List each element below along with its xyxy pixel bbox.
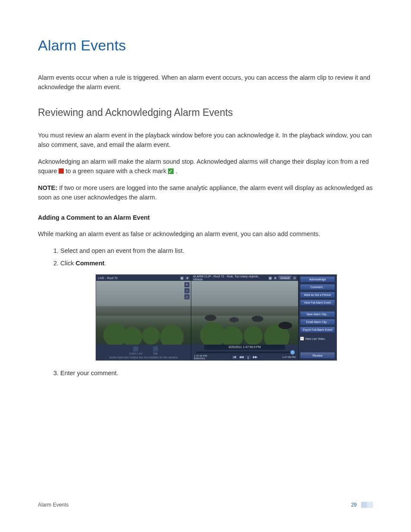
body-paragraph: Acknowledging an alarm will make the ala… [38,157,373,176]
list-item: Enter your comment. [60,368,373,378]
settings-icon[interactable]: ✷ [185,276,189,280]
start-date-value: 8/25/2011 [194,357,207,360]
checkbox-icon: ✓ [300,337,304,340]
speaker-icon [133,346,138,352]
email-alarm-clip-button[interactable]: Email Alarm Clip... [300,319,335,325]
intro-paragraph: Alarm events occur when a rule is trigge… [38,73,373,92]
forward-button[interactable]: ▶▶ [252,355,258,360]
titlebar-icon[interactable]: ▦ [180,276,184,280]
red-square-icon [59,168,64,174]
pause-button[interactable]: || [245,355,252,360]
list-item: Click Comment. [60,258,373,268]
skip-start-button[interactable]: |◀ [231,355,238,360]
section-heading: Reviewing and Acknowledging Alarm Events [38,107,373,118]
talk-button[interactable]: Talk [153,346,158,355]
body-paragraph: You must review an alarm event in the pl… [38,131,373,150]
action-buttons-group-2: Save Alarm Clip... Email Alarm Clip... E… [299,310,336,334]
action-buttons-group: Acknowledge Comment... Mark as Not a Per… [299,275,336,307]
zoom-controls: + − ⌂ [184,282,190,299]
ordered-steps: Select and open an event from the alarm … [38,246,373,268]
embedded-screenshot: LIVE - Roof 72 ▦ ✷ + − ⌂ [96,274,337,361]
note-body: If two or more users are logged into the… [38,184,373,201]
view-full-alarm-button[interactable]: View Full Alarm Event [300,299,335,306]
zoom-out-button[interactable]: − [184,288,190,293]
start-time-value: 1:47:40 PM [194,355,207,358]
note-label: NOTE: [38,184,57,191]
end-time-value: 1:47:50 PM [282,356,296,359]
footer-page-number: 29 [351,502,357,508]
list-item: Select and open an event from the alarm … [60,246,373,256]
titlebar-icon[interactable]: ▦ [268,276,272,280]
audio-disabled-message: Audio Input and Output are not enabled o… [109,356,177,359]
save-alarm-clip-button[interactable]: Save Alarm Clip... [300,311,335,317]
footer-decoration-icon [361,502,373,508]
text-run: Click [60,260,75,267]
acknowledge-button[interactable]: Acknowledge [300,276,335,283]
settings-icon[interactable]: ✷ [274,276,277,280]
rewind-button[interactable]: ◀◀ [238,355,245,360]
zoom-home-button[interactable]: ⌂ [184,294,190,299]
live-pane-title: LIVE - Roof 72 [98,277,118,280]
page-title: Alarm Events [38,37,373,54]
live-pane-titlebar: LIVE - Roof 72 ▦ ✷ [96,275,191,281]
talk-label: Talk [153,352,158,355]
zoom-in-button[interactable]: + [184,282,190,287]
view-live-video-checkbox[interactable]: ✓ View Live Video [299,334,336,345]
playback-end-time: 1:47:50 PM [282,356,296,359]
clip-pane-title: ALARM CLIP - Roof 72 - Rule, Too many ob… [193,275,266,281]
playback-bar: 8/25/2011 1:47:50.9 PM 1:47:40 PM 8/25/2… [191,345,298,360]
review-button[interactable]: Review [300,352,335,359]
export-full-alarm-button[interactable]: Export Full Alarm Event [300,327,335,333]
live-audio-bar: Listen Live Talk Audio Input and Output … [96,345,191,360]
comment-bold: Comment [75,260,104,267]
playback-slider[interactable] [196,352,294,353]
undock-button[interactable]: Undock [278,276,291,280]
clip-pane-titlebar: ALARM CLIP - Roof 72 - Rule, Too many ob… [191,275,298,281]
view-live-video-label: View Live Video [305,337,325,340]
mark-not-person-button[interactable]: Mark as Not a Person [300,292,335,298]
close-icon[interactable]: ✕ [293,276,296,280]
footer-section-name: Alarm Events [38,502,68,508]
body-paragraph: While marking an alarm event as false or… [38,229,373,239]
subheading: Adding a Comment to an Alarm Event [38,213,373,222]
text-run: . [175,168,177,174]
page-footer: Alarm Events 29 [38,502,373,508]
playback-controls: |◀ ◀◀ || ▶▶ [231,355,259,360]
clip-video-view[interactable] [191,281,298,345]
green-check-square-icon [168,168,174,174]
ordered-steps-continued: Enter your comment. [38,368,373,378]
note-paragraph: NOTE: If two or more users are logged in… [38,183,373,202]
review-area: Review [299,351,336,360]
playback-timestamp: 8/25/2011 1:47:50.9 PM [204,345,285,350]
subheading-text: Adding a Comment to an Alarm Event [38,214,150,221]
listen-live-button[interactable]: Listen Live [129,346,142,355]
live-video-view[interactable]: + − ⌂ [96,281,191,345]
action-sidebar: Acknowledge Comment... Mark as Not a Per… [299,275,336,360]
text-run: to a green square with a check mark [65,168,168,174]
text-run: . [104,260,106,267]
comment-button[interactable]: Comment... [300,284,335,290]
microphone-icon [153,346,158,352]
playback-start-time: 1:47:40 PM 8/25/2011 [194,355,207,360]
listen-live-label: Listen Live [129,352,142,355]
